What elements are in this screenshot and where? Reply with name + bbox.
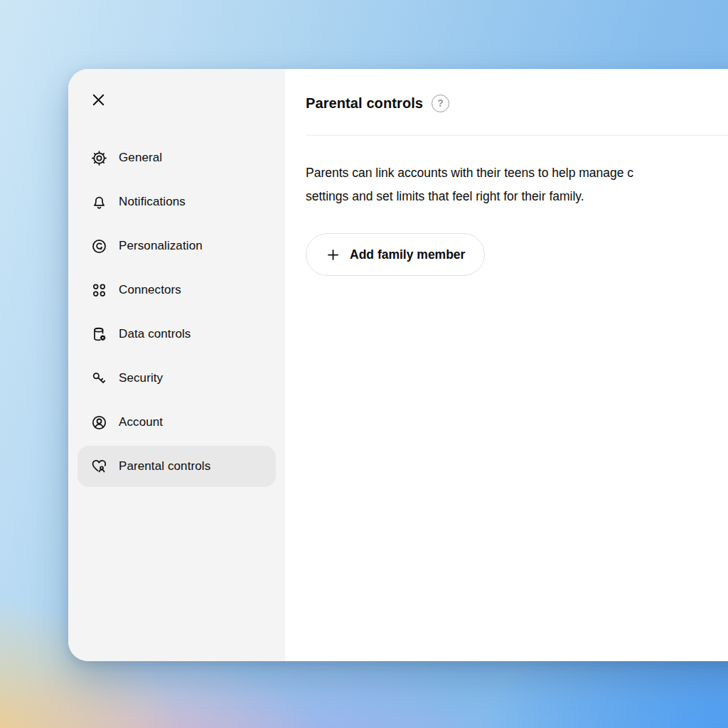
connectors-icon: [90, 281, 108, 299]
sidebar-item-account[interactable]: Account: [77, 402, 276, 443]
sidebar-item-notifications[interactable]: Notifications: [77, 181, 276, 223]
sidebar-item-label: Data controls: [119, 327, 191, 341]
desktop-background: { "window": { "close_label": "close" }, …: [0, 0, 728, 728]
heart-person-icon: [90, 457, 108, 476]
page-title: Parental controls: [306, 95, 423, 112]
sidebar-item-label: Parental controls: [119, 459, 210, 473]
description-line-2: settings and set limits that feel right …: [306, 185, 728, 208]
pane-header: Parental controls ?: [306, 93, 728, 113]
description-line-1: Parents can link accounts with their tee…: [306, 161, 728, 185]
sidebar-item-security[interactable]: Security: [77, 358, 276, 399]
gear-icon: [90, 149, 108, 167]
settings-sidebar: General Notifications: [68, 69, 285, 661]
help-icon[interactable]: ?: [432, 95, 449, 112]
sidebar-item-general[interactable]: General: [77, 137, 276, 178]
personalization-icon: [90, 237, 108, 255]
sidebar-item-data-controls[interactable]: Data controls: [77, 314, 276, 355]
close-button[interactable]: [87, 88, 109, 111]
add-family-member-label: Add family member: [350, 247, 465, 262]
sidebar-item-personalization[interactable]: Personalization: [77, 225, 276, 267]
parental-controls-pane: Parental controls ? Parents can link acc…: [285, 69, 728, 661]
add-family-member-button[interactable]: Add family member: [306, 233, 485, 276]
close-icon: [90, 92, 107, 108]
sidebar-item-label: Security: [119, 371, 163, 385]
user-circle-icon: [90, 413, 108, 432]
sidebar-item-label: Connectors: [119, 283, 181, 297]
settings-dialog: General Notifications: [68, 69, 728, 661]
description-text: Parents can link accounts with their tee…: [306, 161, 728, 208]
sidebar-item-label: General: [119, 151, 162, 165]
database-gear-icon: [90, 325, 108, 343]
bell-icon: [90, 193, 108, 211]
sidebar-item-label: Notifications: [119, 195, 186, 209]
sidebar-item-label: Account: [119, 415, 163, 429]
plus-icon: [326, 247, 341, 262]
key-icon: [90, 369, 108, 387]
header-divider: [306, 135, 728, 136]
sidebar-item-label: Personalization: [119, 239, 203, 253]
sidebar-item-parental-controls[interactable]: Parental controls: [77, 446, 276, 487]
sidebar-item-connectors[interactable]: Connectors: [77, 269, 276, 311]
settings-nav: General Notifications: [77, 137, 276, 490]
